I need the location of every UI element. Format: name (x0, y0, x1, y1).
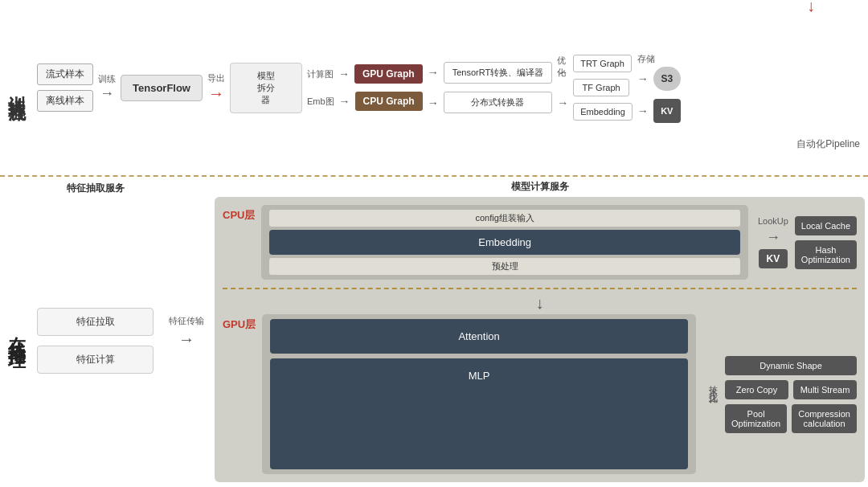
training-section-label: 训练流程 (0, 0, 34, 175)
feature-compute-item: 特征计算 (37, 346, 154, 374)
kv-box: KV (759, 249, 788, 268)
hash-optimization-box: Hash Optimization (795, 240, 857, 269)
local-cache-box: Local Cache (795, 216, 857, 235)
gpu-layer: GPU层 Attention MLP 技术 优化 ← Dynamic Shape (223, 314, 857, 474)
storage-arrows: → S3 → KV (637, 67, 681, 123)
gpu-graph-box: GPU Graph (354, 64, 423, 84)
auto-pipeline-label: 自动化Pipeline (796, 137, 860, 151)
train-arrow-icon: → (100, 85, 114, 102)
shangjian-arrow-icon: ↓ (807, 0, 815, 14)
model-splitter-box: 模型 拆分 器 (230, 63, 302, 113)
cpu-layer: CPU层 config组装输入 Embedding 预处理 LookUp → K… (223, 205, 857, 280)
cpu-graph-row: Emb图 → CPU Graph (307, 92, 423, 111)
opt-row-3: Pool Optimization Compression calculatio… (725, 404, 857, 433)
model-compute-title: 模型计算服务 (215, 180, 865, 194)
gpu-layer-content: Attention MLP (262, 314, 696, 474)
kv-label: KV (661, 106, 673, 116)
storage-section: 存储 → S3 → KV (637, 53, 681, 123)
kv-arrow: → (637, 104, 649, 117)
kv-row: → KV (637, 99, 681, 123)
gpu-graph-row: 计算图 → GPU Graph (307, 64, 423, 84)
embedding-label-box: Embedding (573, 103, 633, 121)
shangjian-area: 上线 ↓ (802, 0, 820, 14)
s3-row: → S3 (637, 67, 681, 91)
dist-arrow: → (557, 96, 568, 109)
optimize-section: 优化 → → (557, 66, 568, 109)
converters-section: TensorRT转换、编译器 分布式转换器 (444, 62, 552, 113)
multi-stream-box: Multi Stream (793, 380, 857, 399)
embedding-row: Embedding (573, 103, 633, 121)
cpu-layer-content: config组装输入 Embedding 预处理 (261, 205, 747, 280)
down-arrow-icon: ↓ (536, 294, 544, 312)
cpu-graph-box: CPU Graph (355, 92, 423, 111)
dist-converter: 分布式转换器 (444, 92, 552, 113)
graph-section: 计算图 → GPU Graph Emb图 → CPU Graph (307, 64, 423, 111)
trt-section: TRT Graph TF Graph Embedding (573, 55, 633, 121)
export-arrow-icon: → (208, 84, 224, 103)
model-compute-panel: 模型计算服务 CPU层 config组装输入 Embedding 预处理 Loo… (215, 177, 868, 487)
pool-optimization-box: Pool Optimization (725, 404, 787, 433)
training-section: 训练流程 流式样本 离线样本 训练 → TensorFlow 导出 → 模型 拆… (0, 0, 868, 177)
streaming-sample: 流式样本 (37, 63, 93, 85)
dynamic-shape-box: Dynamic Shape (725, 356, 857, 375)
inference-section-label: 在线推理 (0, 177, 34, 487)
train-arrow: 训练 → (98, 73, 116, 102)
embedding-bar: Embedding (269, 230, 739, 255)
cpu-converter-arrow: → (428, 96, 439, 109)
train-label: 训练 (98, 73, 116, 85)
cpu-layer-label: CPU层 (223, 205, 255, 280)
feature-pull-item: 特征拉取 (37, 308, 154, 336)
samples-box: 流式样本 离线样本 (37, 63, 93, 112)
config-input-bar: config组装输入 (269, 210, 739, 227)
emb-graph-label: Emb图 (307, 96, 334, 108)
offline-sample: 离线样本 (37, 90, 93, 112)
tensorflow-box: TensorFlow (121, 75, 203, 101)
kv-lookup-section: LookUp → KV Local Cache Hash Optimizatio… (758, 205, 857, 280)
kv-cylinder: KV (653, 99, 681, 123)
preprocess-bar: 预处理 (269, 258, 739, 275)
gpu-converter-arrow: → (428, 66, 439, 79)
tf-graph-box: TF Graph (573, 79, 629, 96)
s3-arrow: → (637, 72, 649, 85)
optimize-label: 优化 (557, 55, 568, 79)
feature-service-panel: 特征抽取服务 特征拉取 特征计算 (34, 177, 158, 487)
right-options-cpu: Local Cache Hash Optimization (795, 216, 857, 269)
storage-label: 存储 (637, 53, 655, 65)
inference-section: 在线推理 特征抽取服务 特征拉取 特征计算 特征传输 → 模型计算服务 CPU层 (0, 177, 868, 487)
tech-opt-arrow-icon: ← (706, 393, 720, 410)
feature-service-title: 特征抽取服务 (37, 182, 154, 195)
export-arrow: 导出 → (207, 72, 225, 103)
tech-opt-arrow-group: 技术 优化 ← (706, 379, 720, 409)
zero-copy-box: Zero Copy (725, 380, 788, 399)
trt-row: TRT Graph (573, 55, 633, 72)
feature-items: 特征拉取 特征计算 (37, 198, 154, 482)
compute-graph-label: 计算图 (307, 68, 334, 80)
gpu-layer-label: GPU层 (223, 314, 256, 474)
lookup-arrow-icon: → (766, 229, 780, 246)
tech-opt-vert-label: 技术 优化 (707, 379, 719, 389)
emb-arrow-icon: → (339, 95, 350, 108)
model-splitter-title: 模型 拆分 器 (239, 70, 293, 106)
tensorrt-converter: TensorRT转换、编译器 (444, 62, 552, 84)
mlp-bar: MLP (270, 358, 688, 469)
inference-label: 在线推理 (5, 322, 29, 342)
tech-opt-section: 技术 优化 ← Dynamic Shape Zero Copy Multi St… (706, 314, 857, 474)
feature-transfer-label: 特征传输 (169, 315, 204, 327)
compute-inner: CPU层 config组装输入 Embedding 预处理 LookUp → K… (215, 197, 865, 482)
down-arrow-section: ↓ (223, 294, 857, 313)
transfer-arrow-icon: → (178, 330, 194, 349)
trt-graph-box: TRT Graph (573, 55, 632, 72)
converter-arrows: → → (428, 66, 439, 109)
compression-calc-box: Compression calculation (792, 404, 857, 433)
s3-label: S3 (661, 73, 673, 84)
opt-row-2: Zero Copy Multi Stream (725, 380, 857, 399)
feature-transfer-section: 特征传输 → (158, 177, 215, 487)
attention-bar: Attention (270, 319, 688, 354)
kv-lookup-group: LookUp → KV (758, 216, 788, 268)
training-content: 流式样本 离线样本 训练 → TensorFlow 导出 → 模型 拆分 器 (34, 0, 868, 175)
lookup-label: LookUp (758, 216, 788, 226)
export-label: 导出 (207, 72, 225, 84)
tf-row: TF Graph (573, 79, 633, 96)
dashed-separator (223, 288, 857, 289)
main-container: 训练流程 流式样本 离线样本 训练 → TensorFlow 导出 → 模型 拆… (0, 0, 868, 487)
